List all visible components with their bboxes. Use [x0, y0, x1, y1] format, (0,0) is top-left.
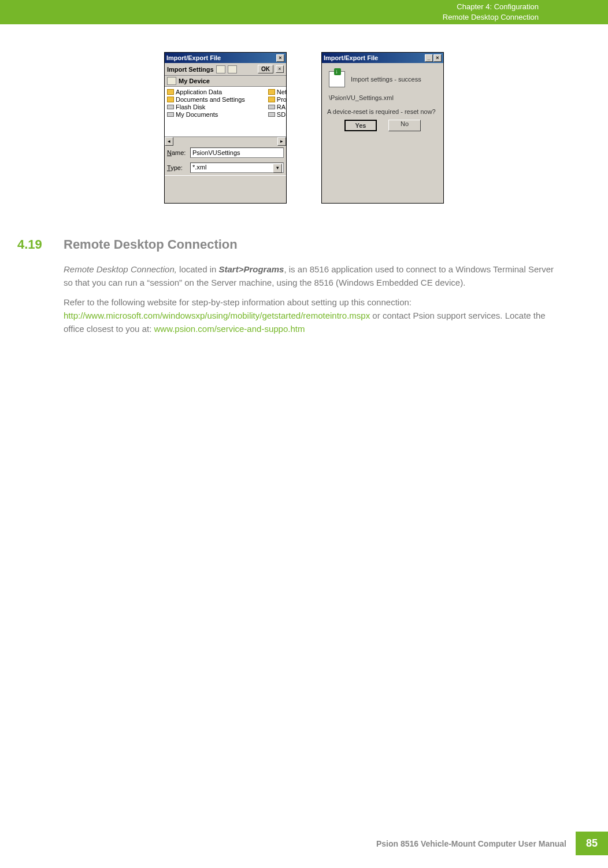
folder-icon — [167, 89, 174, 95]
success-message: Import settings - success — [351, 76, 421, 83]
new-folder-icon[interactable] — [228, 65, 237, 73]
dialog2-title: Import/Export File — [324, 54, 378, 61]
minimize-icon[interactable]: _ — [425, 54, 433, 62]
import-settings-toolbar: Import Settings OK × — [165, 63, 286, 76]
disk-icon — [167, 112, 174, 117]
scroll-right-icon[interactable]: ▸ — [277, 137, 286, 146]
section-title: Remote Desktop Connection — [64, 237, 238, 252]
reset-message: A device-reset is required - reset now? — [327, 107, 439, 120]
name-input[interactable] — [190, 147, 284, 158]
page-footer: Psion 8516 Vehicle-Mount Computer User M… — [376, 832, 608, 855]
list-item[interactable]: My Documents — [176, 111, 218, 118]
dialog1-title: Import/Export File — [166, 54, 221, 61]
paragraph-2: Refer to the following website for step-… — [64, 296, 555, 336]
section-number: 4.19 — [17, 237, 47, 252]
no-button[interactable]: No — [388, 120, 421, 131]
disk-icon — [167, 105, 174, 109]
folder-icon — [268, 97, 275, 102]
file-list[interactable]: Application Data Documents and Settings … — [165, 87, 286, 136]
disk-icon — [268, 105, 275, 109]
device-icon — [167, 77, 176, 85]
list-item[interactable]: RAM D — [277, 104, 286, 110]
device-label: My Device — [179, 77, 210, 84]
type-label: Type: — [167, 164, 188, 171]
location-bar: My Device — [165, 76, 286, 87]
folder-icon — [268, 89, 275, 95]
disk-icon — [268, 112, 275, 117]
psion-link[interactable]: www.psion.com/service-and-suppo.htm — [154, 324, 305, 334]
type-dropdown[interactable]: *.xml — [190, 162, 284, 173]
page-header: Chapter 4: Configuration Remote Desktop … — [0, 0, 608, 24]
yes-button[interactable]: Yes — [344, 120, 377, 131]
import-export-file-dialog: Import/Export File × Import Settings OK … — [164, 52, 287, 204]
folder-icon — [167, 97, 174, 102]
microsoft-link[interactable]: http://www.microsoft.com/windowsxp/using… — [64, 311, 370, 320]
close-icon[interactable]: × — [276, 54, 284, 62]
list-item[interactable]: Application Data — [176, 88, 222, 95]
ok-button[interactable]: OK — [258, 65, 273, 73]
status-bar — [165, 175, 286, 187]
list-item[interactable]: Documents and Settings — [176, 96, 245, 103]
paragraph-1: Remote Desktop Connection, located in St… — [64, 263, 555, 290]
header-chapter: Chapter 4: Configuration — [443, 2, 539, 12]
close-icon[interactable]: × — [276, 65, 284, 73]
scroll-left-icon[interactable]: ◂ — [165, 137, 173, 146]
close-icon[interactable]: × — [433, 54, 442, 62]
name-label: Name: — [167, 149, 188, 156]
dialog1-titlebar: Import/Export File × — [165, 53, 286, 63]
header-section: Remote Desktop Connection — [443, 12, 539, 23]
section-4-19: 4.19 Remote Desktop Connection Remote De… — [0, 204, 608, 335]
dialog-screenshots: Import/Export File × Import Settings OK … — [0, 52, 608, 204]
file-path: \PsionVU_Settings.xml — [327, 93, 439, 107]
list-item[interactable]: Flash Disk — [176, 104, 205, 110]
list-item[interactable]: Netwo — [277, 88, 286, 95]
import-success-icon — [329, 71, 345, 87]
import-success-dialog: Import/Export File _ × Import settings -… — [321, 52, 444, 204]
toolbar-label: Import Settings — [167, 66, 214, 73]
page-number: 85 — [576, 832, 608, 855]
list-item[interactable]: SD-MN — [277, 111, 286, 118]
list-item[interactable]: Progra — [277, 96, 286, 103]
horizontal-scrollbar[interactable]: ◂ ▸ — [165, 136, 286, 145]
folder-up-icon[interactable] — [216, 65, 225, 73]
footer-manual-title: Psion 8516 Vehicle-Mount Computer User M… — [376, 839, 576, 848]
dialog2-titlebar: Import/Export File _ × — [322, 53, 443, 63]
